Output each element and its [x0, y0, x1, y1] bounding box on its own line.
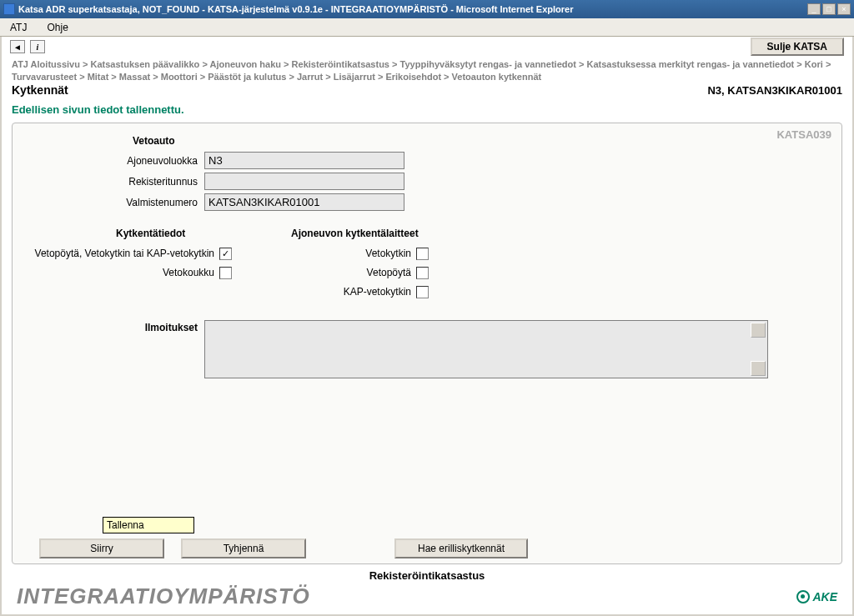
crumb[interactable]: Erikoisehdot: [385, 72, 441, 82]
menubar: ATJ Ohje: [0, 18, 854, 37]
sulje-katsa-button[interactable]: Sulje KATSA: [751, 38, 844, 56]
menu-atj[interactable]: ATJ: [10, 22, 27, 33]
crumb[interactable]: Turvavarusteet: [12, 72, 77, 82]
panel-code: KATSA039: [776, 128, 831, 141]
crumb[interactable]: Katsastuksessa merkityt rengas- ja vanne…: [586, 59, 794, 69]
vetopoyta2-label: Vetopöytä: [258, 268, 416, 278]
breadcrumb: ATJ Aloitussivu > Katsastuksen päävalikk…: [2, 57, 852, 83]
crumb[interactable]: ATJ Aloitussivu: [12, 59, 80, 69]
crumb[interactable]: Jarrut: [297, 72, 323, 82]
hae-erilliskytkennat-button[interactable]: Hae erilliskytkennät: [394, 538, 528, 558]
footer-brand: INTEGRAATIOYMPÄRISTÖ: [17, 583, 310, 609]
rekisteritunnus-field: [204, 173, 404, 190]
kytkentatiedot-heading: Kytkentätiedot: [24, 228, 258, 239]
status-message: Edellisen sivun tiedot tallennettu.: [2, 100, 852, 119]
crumb[interactable]: Kori: [805, 59, 823, 69]
maximize-button[interactable]: □: [822, 3, 836, 15]
vetoauto-heading: Vetoauto: [24, 130, 830, 152]
crumb[interactable]: Mitat: [88, 72, 109, 82]
vetokoukku-checkbox[interactable]: [219, 267, 232, 279]
kap-vetokytkin-checkbox[interactable]: [416, 286, 429, 298]
ake-logo-icon: [796, 590, 810, 603]
vetokytkin-label: Vetokytkin: [258, 248, 416, 259]
vetopoyta-kytkin-checkbox[interactable]: [219, 248, 232, 260]
siirry-button[interactable]: Siirry: [39, 538, 164, 558]
window-title: Katsa ADR superkatsastaja, NOT_FOUND - K…: [18, 4, 807, 14]
crumb[interactable]: Katsastuksen päävalikko: [90, 59, 199, 69]
main-panel: KATSA039 Vetoauto Ajoneuvoluokka Rekiste…: [12, 123, 842, 564]
crumb-current: Vetoauton kytkennät: [452, 72, 542, 82]
ilmoitukset-textarea: [204, 320, 768, 378]
ake-logo: AKE: [796, 590, 837, 603]
page-title: Kytkennät: [12, 83, 68, 97]
close-button[interactable]: ×: [837, 3, 851, 15]
crumb[interactable]: Moottori: [161, 72, 198, 82]
vetokoukku-label: Vetokoukku: [24, 268, 219, 278]
tyhjenna-button[interactable]: Tyhjennä: [181, 538, 306, 558]
vetokytkin-checkbox[interactable]: [416, 248, 429, 260]
window-titlebar: Katsa ADR superkatsastaja, NOT_FOUND - K…: [0, 0, 854, 18]
kytkentalaitteet-heading: Ajoneuvon kytkentälaitteet: [258, 228, 475, 239]
vetopoyta2-checkbox[interactable]: [416, 267, 429, 279]
page-context-info: N3, KATSAN3KIKAR01001: [707, 84, 842, 97]
crumb[interactable]: Massat: [119, 72, 150, 82]
crumb[interactable]: Tyyppihyväksytyt rengas- ja vannetiedot: [400, 59, 576, 69]
valmistenumero-field: [204, 193, 404, 211]
crumb[interactable]: Päästöt ja kulutus: [208, 72, 286, 82]
crumb[interactable]: Lisäjarrut: [334, 72, 375, 82]
valmistenumero-label: Valmistenumero: [24, 197, 204, 208]
ajoneuvoluokka-label: Ajoneuvoluokka: [24, 155, 204, 167]
kap-vetokytkin-label: KAP-vetokytkin: [258, 287, 416, 298]
menu-ohje[interactable]: Ohje: [47, 22, 68, 33]
back-icon[interactable]: ◄: [10, 40, 25, 53]
minimize-button[interactable]: _: [807, 3, 821, 15]
info-icon[interactable]: i: [30, 40, 45, 53]
footer-section-label: Rekisteröintikatsastus: [2, 564, 852, 583]
ie-icon: [3, 3, 15, 15]
crumb[interactable]: Ajoneuvon haku: [209, 59, 281, 69]
vetopoyta-kytkin-label: Vetopöytä, Vetokytkin tai KAP-vetokytkin: [24, 248, 219, 259]
ilmoitukset-label: Ilmoitukset: [24, 320, 204, 378]
crumb[interactable]: Rekisteröintikatsastus: [292, 59, 389, 69]
rekisteritunnus-label: Rekisteritunnus: [24, 176, 204, 188]
ake-logo-text: AKE: [812, 590, 837, 603]
ajoneuvoluokka-field: [204, 152, 404, 169]
tallenna-tooltip: Tallenna: [103, 517, 194, 533]
toolbar: ◄ i Sulje KATSA: [2, 37, 852, 57]
